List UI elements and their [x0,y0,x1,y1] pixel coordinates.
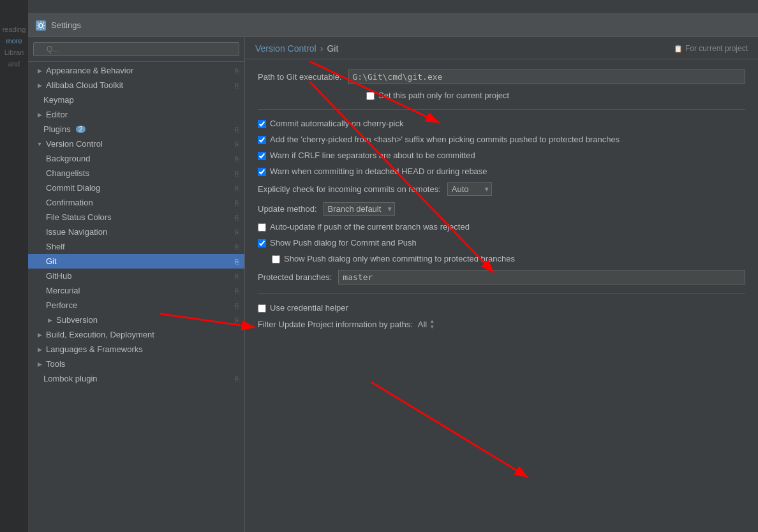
sidebar-item-label: Commit Dialog [46,183,100,193]
sidebar-item-label: Perforce [46,300,77,310]
sidebar-item-editor[interactable]: ▶ Editor [28,107,244,122]
chevron-icon: ▶ [36,360,43,368]
git-settings-form: Path to Git executable: Set this path on… [245,59,758,340]
project-link[interactable]: 📋 For current project [674,44,748,53]
ide-label-more: more [6,37,22,45]
breadcrumb-current: Git [327,43,338,54]
show-push-dialog-checkbox[interactable] [258,239,266,248]
sidebar-item-changelists[interactable]: Changelists ⎘ [28,166,244,181]
sidebar-item-label: Confirmation [46,198,93,207]
sidebar-item-version-control[interactable]: ▼ Version Control ⎘ [28,137,244,151]
show-push-protected-row: Show Push dialog only when committing to… [258,254,745,263]
path-label: Path to Git executable: [258,72,342,82]
check-incoming-dropdown-wrapper: Auto Always Never ▾ [447,182,492,196]
search-input[interactable] [33,42,239,56]
copy-icon: ⎘ [235,272,239,280]
warn-crlf-checkbox[interactable] [258,152,266,160]
copy-icon: ⎘ [235,140,239,148]
check-incoming-select[interactable]: Auto Always Never [447,182,492,196]
filter-value-wrapper[interactable]: All ▲ ▼ [418,319,435,330]
chevron-icon: ▶ [36,111,43,119]
update-method-label: Update method: [258,204,317,214]
sidebar-item-plugins[interactable]: Plugins 2 ⎘ [28,122,244,137]
sidebar-item-label: Mercurial [46,286,80,295]
sidebar-item-keymap[interactable]: Keymap [28,92,244,107]
filter-label: Filter Update Project information by pat… [258,320,413,329]
dialog-title-bar: Settings [28,14,758,37]
sidebar-item-label: Issue Navigation [46,227,107,237]
project-link-icon: 📋 [674,45,683,53]
copy-icon: ⎘ [235,184,239,192]
copy-icon: ⎘ [235,214,239,221]
warn-detached-row: Warn when committing in detached HEAD or… [258,166,745,176]
copy-icon: ⎘ [235,375,239,383]
sidebar-item-mercurial[interactable]: Mercurial ⎘ [28,283,244,298]
commit-auto-row: Commit automatically on cherry-pick [258,119,745,128]
breadcrumb: Version Control › Git 📋 For current proj… [245,37,758,59]
commit-auto-label: Commit automatically on cherry-pick [270,119,404,128]
check-incoming-row: Explicitly check for incoming commits on… [258,182,745,196]
commit-auto-checkbox[interactable] [258,120,266,128]
warn-crlf-row: Warn if CRLF line separators are about t… [258,151,745,160]
sidebar-item-alibaba[interactable]: ▶ Alibaba Cloud Toolkit ⎘ [28,78,244,92]
sidebar-item-label: Tools [46,359,65,369]
svg-point-0 [39,24,43,27]
sidebar-item-label: GitHub [46,271,71,281]
sidebar-item-git[interactable]: Git ⎘ [28,254,244,269]
filter-row: Filter Update Project information by pat… [258,319,745,330]
set-path-label: Set this path only for current project [378,91,509,100]
set-path-row: Set this path only for current project [258,91,745,100]
use-credential-label: Use credential helper [270,303,348,313]
show-push-protected-checkbox[interactable] [272,255,280,263]
separator-1 [258,109,745,110]
sidebar-item-label: Keymap [43,95,74,105]
copy-icon: ⎘ [235,228,239,236]
nav-section: ▶ Appearance & Behavior ⎘ ▶ Alibaba Clou… [28,62,244,387]
breadcrumb-parent: Version Control [255,43,316,54]
sidebar-item-label: Build, Execution, Deployment [46,330,154,339]
show-push-dialog-label: Show Push dialog for Commit and Push [270,238,417,248]
path-input[interactable] [348,70,745,84]
sidebar-item-label: Background [46,154,90,163]
sidebar-item-shelf[interactable]: Shelf ⎘ [28,239,244,254]
warn-detached-checkbox[interactable] [258,168,266,176]
sidebar-item-commit-dialog[interactable]: Commit Dialog ⎘ [28,181,244,195]
update-method-select[interactable]: Branch default Merge Rebase [323,202,395,216]
sidebar-item-build[interactable]: ▶ Build, Execution, Deployment [28,327,244,342]
ide-label-librari: Librari [4,48,24,56]
sidebar-item-tools[interactable]: ▶ Tools [28,357,244,371]
sidebar-item-issue-navigation[interactable]: Issue Navigation ⎘ [28,225,244,239]
ide-label-and: and [8,60,20,68]
sidebar-item-appearance[interactable]: ▶ Appearance & Behavior ⎘ [28,63,244,78]
settings-sidebar: 🔍 ▶ Appearance & Behavior ⎘ ▶ [28,37,245,532]
ide-sidebar-collapsed: reading more Librari and [0,0,28,532]
add-cherry-pick-checkbox[interactable] [258,136,266,144]
protected-branches-row: Protected branches: [258,270,745,284]
dialog-title: Settings [51,20,81,30]
sidebar-item-perforce[interactable]: Perforce ⎘ [28,298,244,313]
search-box: 🔍 [28,37,244,62]
copy-icon: ⎘ [235,243,239,251]
sidebar-item-github[interactable]: GitHub ⎘ [28,269,244,283]
content-panel: Version Control › Git 📋 For current proj… [245,37,758,532]
project-link-text: For current project [685,44,748,53]
copy-icon: ⎘ [235,199,239,207]
sidebar-item-lombok[interactable]: Lombok plugin ⎘ [28,371,244,386]
chevron-icon: ▶ [36,82,43,89]
sidebar-item-label: Subversion [56,315,98,325]
sidebar-item-languages[interactable]: ▶ Languages & Frameworks [28,342,244,357]
show-push-dialog-row: Show Push dialog for Commit and Push [258,238,745,248]
auto-update-checkbox[interactable] [258,223,266,232]
path-row: Path to Git executable: [258,70,745,84]
filter-arrow-up: ▲ [429,319,435,324]
protected-branches-input[interactable] [338,270,745,284]
sidebar-item-label: Version Control [46,139,103,149]
sidebar-item-background[interactable]: Background ⎘ [28,151,244,166]
sidebar-item-file-status-colors[interactable]: File Status Colors ⎘ [28,210,244,225]
add-cherry-pick-label: Add the 'cherry-picked from <hash>' suff… [270,135,620,144]
set-path-checkbox[interactable] [366,92,375,100]
sidebar-item-subversion[interactable]: ▶ Subversion ⎘ [28,313,244,327]
chevron-icon: ▶ [36,346,43,353]
use-credential-checkbox[interactable] [258,304,266,313]
sidebar-item-confirmation[interactable]: Confirmation ⎘ [28,195,244,210]
